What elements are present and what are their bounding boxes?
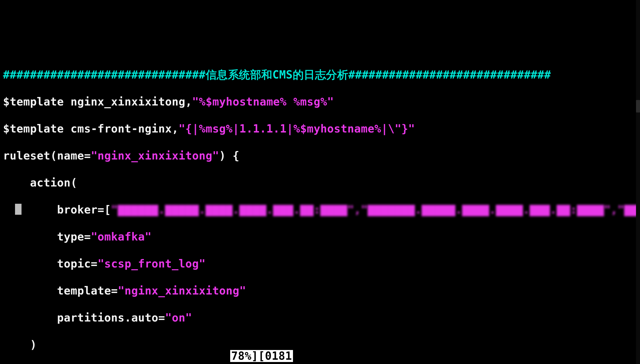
text-cursor [15,204,22,215]
comment-header: ##############################信息系统部和CMS的… [3,68,640,82]
status-position: 78%][0181 [230,350,293,362]
template-1: $template nginx_xinxixitong,"%$myhostnam… [3,95,640,108]
action1-close: ) [3,338,640,352]
scrollbar-thumb[interactable] [636,100,640,112]
action1-partitions: partitions.auto="on" [3,311,640,324]
action1-open: action( [3,176,640,190]
action1-template: template="nginx_xinxixitong" [3,284,640,298]
template-2: $template cms-front-nginx,"{|%msg%|1.1.1… [3,122,640,136]
terminal-editor[interactable]: ##############################信息系统部和CMS的… [3,54,640,364]
action1-topic: topic="scsp_front_log" [3,257,640,270]
ruleset-open: ruleset(name="nginx_xinxixitong") { [3,149,640,162]
scrollbar-track[interactable] [636,0,640,364]
action1-type: type="omkafka" [3,230,640,244]
action1-broker: broker=["▇▇▇▇▇▇.▇▇▇▇▇.▇▇▇▇.▇▇▇▇.▇▇▇.▇▇:▇… [3,203,640,216]
